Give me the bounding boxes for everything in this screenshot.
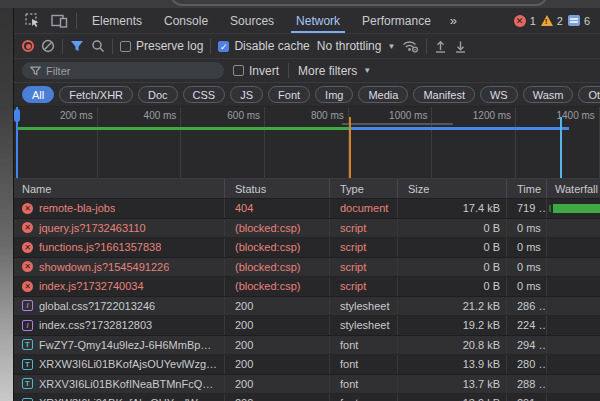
type-cell: document xyxy=(330,199,398,218)
chip-all[interactable]: All xyxy=(22,86,54,103)
size-cell: 13.9 kB xyxy=(398,355,507,374)
size-cell: 21.2 kB xyxy=(398,297,507,316)
network-conditions-icon[interactable] xyxy=(402,39,419,53)
tab-console[interactable]: Console xyxy=(153,8,219,33)
chip-font[interactable]: Font xyxy=(268,86,310,103)
disable-cache-checkbox[interactable]: ✓ Disable cache xyxy=(218,39,309,53)
chip-fetch-xhr[interactable]: Fetch/XHR xyxy=(59,86,133,103)
waterfall-cell xyxy=(547,238,600,257)
tab-elements[interactable]: Elements xyxy=(81,8,153,33)
table-row[interactable]: /global.css?1722013246200stylesheet21.2 … xyxy=(14,297,600,317)
chip-manifest[interactable]: Manifest xyxy=(413,86,475,103)
table-row[interactable]: TXRXV3I6Li01BKofINeaBTMnFcQ…200font13.7 … xyxy=(14,375,600,395)
inspect-element-icon[interactable] xyxy=(20,10,46,32)
ruler-tick: 200 ms xyxy=(14,107,98,178)
error-icon: ✕ xyxy=(22,203,33,214)
network-overview[interactable]: 200 ms400 ms600 ms800 ms1000 ms1200 ms14… xyxy=(14,107,600,179)
warning-count: 2 xyxy=(557,15,563,27)
table-row[interactable]: ✕remote-bla-jobs404document17.4 kB719 … xyxy=(14,199,600,219)
search-icon[interactable] xyxy=(91,39,105,53)
chip-media[interactable]: Media xyxy=(358,86,408,103)
column-header-name[interactable]: Name xyxy=(14,179,225,198)
chip-css[interactable]: CSS xyxy=(183,86,226,103)
throttling-value: No throttling xyxy=(317,39,382,53)
chip-wasm[interactable]: Wasm xyxy=(523,86,574,103)
divider xyxy=(76,13,77,29)
name-cell: /index.css?1732812803 xyxy=(14,316,225,335)
table-row[interactable]: ✕functions.js?1661357838(blocked:csp)scr… xyxy=(14,238,600,258)
waterfall-cell xyxy=(547,375,600,394)
throttling-dropdown[interactable]: No throttling ▼ xyxy=(317,39,396,53)
type-cell: font xyxy=(330,375,398,394)
more-tabs-button[interactable]: » xyxy=(442,13,465,28)
tab-sources[interactable]: Sources xyxy=(219,8,285,33)
overview-ruler: 200 ms400 ms600 ms800 ms1000 ms1200 ms14… xyxy=(14,107,600,178)
overview-drag-handle[interactable] xyxy=(14,109,20,122)
invert-checkbox[interactable]: Invert xyxy=(233,64,279,78)
divider xyxy=(112,39,113,54)
warning-count-badge[interactable]: ! 2 xyxy=(541,15,563,27)
waterfall-cell xyxy=(547,394,600,401)
status-cell: (blocked:csp) xyxy=(225,258,330,277)
size-cell: 20.8 kB xyxy=(398,336,507,355)
name-cell: ✕showdown.js?1545491226 xyxy=(14,258,225,277)
time-cell: 288 … xyxy=(507,375,547,394)
request-name: FwZY7-Qmy14u9lezJ-6H6MmBp… xyxy=(39,339,211,351)
table-row[interactable]: ✕index.js?1732740034(blocked:csp)script0… xyxy=(14,277,600,297)
column-header-type[interactable]: Type xyxy=(330,179,398,198)
tab-network[interactable]: Network xyxy=(285,8,351,33)
ruler-tick: 800 ms xyxy=(265,107,349,178)
type-cell: font xyxy=(330,336,398,355)
waterfall-cell xyxy=(547,277,600,296)
time-cell: 0 ms xyxy=(507,219,547,238)
name-cell: ✕index.js?1732740034 xyxy=(14,277,225,296)
table-row[interactable]: TXRXW3I6Li01BKofAjsOUYevlWzg…200font13.9… xyxy=(14,355,600,375)
network-toolbar: Preserve log ✓ Disable cache No throttli… xyxy=(14,34,600,59)
status-cell: (blocked:csp) xyxy=(225,219,330,238)
column-header-time[interactable]: Time xyxy=(507,179,547,198)
import-har-icon[interactable] xyxy=(434,40,447,53)
size-cell: 17.4 kB xyxy=(398,199,507,218)
export-har-icon[interactable] xyxy=(454,40,467,53)
table-row[interactable]: TFwZY7-Qmy14u9lezJ-6H6MmBp…200font20.8 k… xyxy=(14,336,600,356)
name-cell: ✕functions.js?1661357838 xyxy=(14,238,225,257)
column-header-size[interactable]: Size xyxy=(398,179,507,198)
clear-network-log-button[interactable] xyxy=(41,39,55,53)
type-cell: script xyxy=(330,258,398,277)
error-count-badge[interactable]: ✕ 1 xyxy=(514,15,536,27)
chip-img[interactable]: Img xyxy=(315,86,353,103)
column-header-status[interactable]: Status xyxy=(225,179,330,198)
request-name: remote-bla-jobs xyxy=(39,202,115,214)
table-row[interactable]: ✕showdown.js?1545491226(blocked:csp)scri… xyxy=(14,258,600,278)
record-network-log-button[interactable] xyxy=(22,40,34,52)
device-toolbar-icon[interactable] xyxy=(46,10,72,32)
chip-ws[interactable]: WS xyxy=(480,86,518,103)
filter-toggle-icon[interactable] xyxy=(70,40,84,52)
more-filters-dropdown[interactable]: More filters ▼ xyxy=(298,64,371,78)
filter-funnel-icon xyxy=(30,66,41,76)
time-cell: 294 … xyxy=(507,336,547,355)
preserve-log-checkbox[interactable]: Preserve log xyxy=(120,39,203,53)
table-row[interactable]: TXRXW3I6Li01BKofAksOUYevlWzg200font13.9 … xyxy=(14,394,600,401)
request-name: XRXV3I6Li01BKofINeaBTMnFcQ… xyxy=(39,378,213,390)
tab-performance[interactable]: Performance xyxy=(351,8,442,33)
divider xyxy=(426,39,427,54)
column-header-waterfall[interactable]: Waterfall xyxy=(547,179,600,198)
chip-other[interactable]: Other xyxy=(578,86,600,103)
table-row[interactable]: /index.css?1732812803200stylesheet19.2 k… xyxy=(14,316,600,336)
request-name: XRXW3I6Li01BKofAjsOUYevlWzg… xyxy=(39,358,217,370)
chip-doc[interactable]: Doc xyxy=(138,86,178,103)
table-row[interactable]: ✕jquery.js?1732463110(blocked:csp)script… xyxy=(14,219,600,239)
type-cell: stylesheet xyxy=(330,297,398,316)
overview-blue-band xyxy=(350,127,569,130)
name-cell: TXRXW3I6Li01BKofAjsOUYevlWzg… xyxy=(14,355,225,374)
font-icon: T xyxy=(22,378,33,389)
ruler-tick: 600 ms xyxy=(181,107,265,178)
chip-js[interactable]: JS xyxy=(230,86,263,103)
waterfall-cell xyxy=(547,297,600,316)
issues-count-badge[interactable]: 6 xyxy=(568,15,590,27)
request-name: showdown.js?1545491226 xyxy=(39,261,169,273)
ruler-tick: 1000 ms xyxy=(349,107,433,178)
waterfall-tick xyxy=(549,205,551,212)
filter-input[interactable] xyxy=(46,65,216,77)
